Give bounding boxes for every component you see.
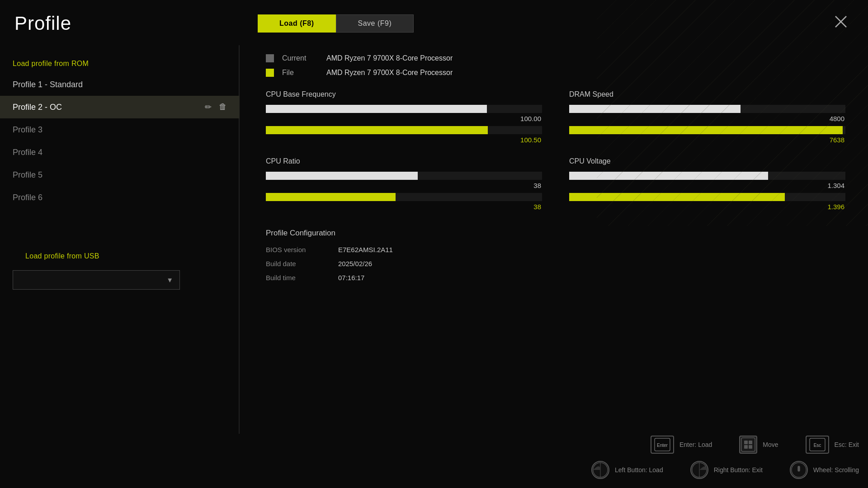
bar-container-current-3 [569,172,845,180]
bar-container-current-0 [266,105,542,113]
metric-dram-speed: DRAM Speed 4800 7638 [569,90,845,144]
svg-rect-4 [741,438,755,451]
bar-value-current-2: 38 [266,182,542,189]
bar-row-current-3: 1.304 [569,172,845,189]
profile-4-name: Profile 4 [13,148,42,157]
bar-row-file-0: 100.50 [266,126,542,144]
bar-fill-file-2 [266,193,396,201]
metric-cpu-voltage-title: CPU Voltage [569,157,845,165]
profile-item-5[interactable]: Profile 5 ✏ 🗑 [0,164,240,186]
edit-icon-4[interactable]: ✏ [205,147,212,157]
delete-icon-5[interactable]: 🗑 [219,170,227,180]
profile-5-name: Profile 5 [13,170,42,180]
profile-item-2[interactable]: Profile 2 - OC ✏ 🗑 [0,96,240,118]
hint-esc-exit-label: Esc: Exit [835,441,859,448]
bar-value-file-3: 1.396 [569,203,845,211]
hint-move: Move [739,436,778,454]
delete-icon-2[interactable]: 🗑 [219,102,227,112]
page-title: Profile [14,13,71,34]
profile-item-3[interactable]: Profile 3 ✏ 🗑 [0,118,240,141]
close-button[interactable] [832,13,850,31]
metric-cpu-ratio-title: CPU Ratio [266,157,542,165]
svg-rect-8 [749,445,752,449]
profile-config: Profile Configuration BIOS version E7E62… [266,229,845,282]
bar-fill-current-2 [266,172,418,180]
usb-dropdown[interactable]: ▼ [13,270,180,290]
svg-text:Esc: Esc [813,443,821,448]
bar-fill-current-1 [569,105,741,113]
bar-container-file-3 [569,193,845,201]
edit-icon-3[interactable]: ✏ [205,125,212,135]
bar-container-current-2 [266,172,542,180]
config-key-bios: BIOS version [266,246,338,253]
profile-item-1[interactable]: Profile 1 - Standard ✏ 🗑 [0,73,240,96]
profile-2-actions: ✏ 🗑 [205,102,227,112]
file-row: File AMD Ryzen 7 9700X 8-Core Processor [266,69,845,77]
bar-container-current-1 [569,105,845,113]
hint-enter-load-label: Enter: Load [679,441,712,448]
edit-icon-1[interactable]: ✏ [205,80,212,89]
svg-rect-16 [797,466,800,472]
hints-section: Enter Enter: Load Move Esc [252,436,859,479]
config-key-time: Build time [266,274,338,282]
file-label: File [282,69,318,77]
save-button[interactable]: Save (F9) [336,14,414,33]
hints-top-row: Enter Enter: Load Move Esc [252,436,859,454]
delete-icon-1[interactable]: 🗑 [219,80,227,89]
svg-text:Enter: Enter [657,443,668,448]
profile-item-6[interactable]: Profile 6 ✏ 🗑 [0,186,240,209]
svg-rect-5 [744,441,748,444]
bar-fill-current-0 [266,105,487,113]
usb-section: Load profile from USB ▼ [0,236,240,295]
bar-row-current-2: 38 [266,172,542,189]
metric-cpu-base-freq: CPU Base Frequency 100.00 100.50 [266,90,542,144]
current-label: Current [282,54,318,62]
hint-wheel: Wheel: Scrolling [790,461,859,479]
left-mouse-icon [591,461,609,479]
left-panel: Load profile from ROM Profile 1 - Standa… [0,45,240,452]
bar-row-current-1: 4800 [569,105,845,122]
profile-6-name: Profile 6 [13,193,42,202]
metric-cpu-ratio: CPU Ratio 38 38 [266,157,542,211]
config-rows: BIOS version E7E62AMSI.2A11 Build date 2… [266,246,845,282]
config-val-bios: E7E62AMSI.2A11 [338,246,393,253]
bar-value-current-1: 4800 [569,115,845,122]
load-button[interactable]: Load (F8) [258,14,336,33]
usb-section-label: Load profile from USB [13,247,227,266]
file-value: AMD Ryzen 7 9700X 8-Core Processor [326,69,453,77]
bar-fill-file-3 [569,193,785,201]
bar-value-file-0: 100.50 [266,136,542,144]
bar-row-file-3: 1.396 [569,193,845,211]
bar-row-file-1: 7638 [569,126,845,144]
config-row-date: Build date 2025/02/26 [266,260,845,267]
edit-icon-6[interactable]: ✏ [205,192,212,202]
metric-cpu-voltage: CPU Voltage 1.304 1.396 [569,157,845,211]
scroll-wheel-icon [790,461,808,479]
hint-move-label: Move [763,441,778,448]
file-color-box [266,69,274,77]
delete-icon-4[interactable]: 🗑 [219,147,227,157]
top-buttons: Load (F8) Save (F9) [258,14,414,33]
config-row-time: Build time 07:16:17 [266,274,845,282]
metric-cpu-base-freq-title: CPU Base Frequency [266,90,542,99]
bar-container-file-1 [569,126,845,134]
current-row: Current AMD Ryzen 7 9700X 8-Core Process… [266,54,845,62]
bar-row-file-2: 38 [266,193,542,211]
current-color-box [266,54,274,62]
enter-key-icon: Enter [651,436,674,454]
config-row-bios: BIOS version E7E62AMSI.2A11 [266,246,845,253]
metrics-grid: CPU Base Frequency 100.00 100.50 DRAM Sp… [266,90,845,211]
bar-container-file-2 [266,193,542,201]
move-icon [739,436,757,454]
rom-section-label: Load profile from ROM [0,54,240,73]
bar-container-file-0 [266,126,542,134]
edit-icon-2[interactable]: ✏ [205,102,212,112]
delete-icon-3[interactable]: 🗑 [219,125,227,135]
edit-icon-5[interactable]: ✏ [205,170,212,180]
profile-item-4[interactable]: Profile 4 ✏ 🗑 [0,141,240,164]
bar-value-file-1: 7638 [569,136,845,144]
hint-right-btn: Right Button: Exit [690,461,763,479]
metric-dram-speed-title: DRAM Speed [569,90,845,99]
delete-icon-6[interactable]: 🗑 [219,192,227,202]
config-val-time: 07:16:17 [338,274,364,282]
